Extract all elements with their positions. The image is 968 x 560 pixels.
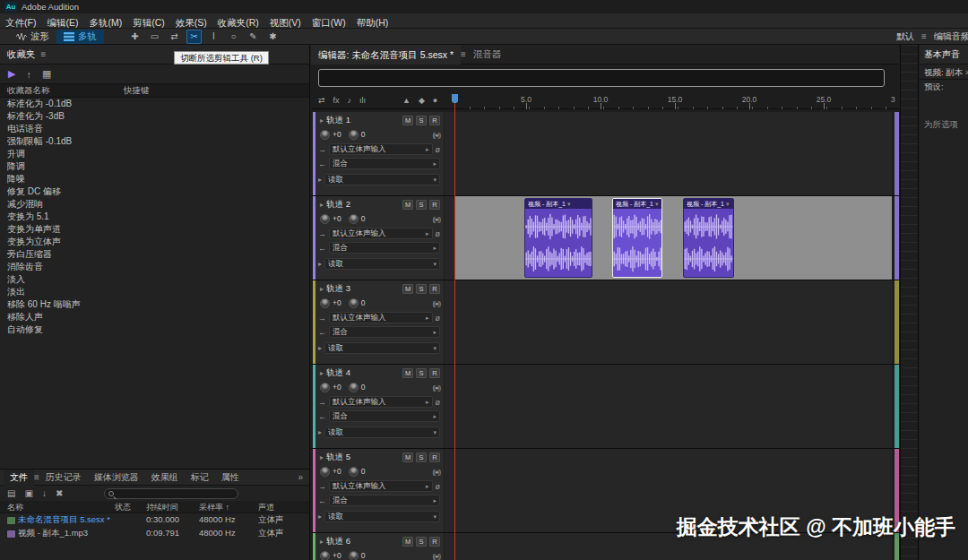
favorite-item[interactable]: 淡入 [0,273,309,286]
pan-knob[interactable] [349,130,359,140]
monitor-input-icon[interactable]: ((●)) [432,384,440,391]
automation-caret-icon[interactable]: ▸ [318,176,322,184]
pan-value[interactable]: 0 [361,130,366,139]
phase-icon[interactable]: ø [436,145,441,154]
favorite-item[interactable]: 自动修复 [0,323,309,336]
solo-button[interactable]: S [416,284,427,294]
pan-value[interactable]: 0 [361,298,366,307]
pan-knob[interactable] [349,298,359,308]
track-header[interactable]: ▸ 轨道 5 M S R +0 0 ((●)) → 默认立体声输入 ▸ ø [313,449,444,532]
files-tab-3[interactable]: 效果组 [145,470,185,486]
monitor-input-icon[interactable]: ((●)) [432,300,440,306]
more-panels-icon[interactable]: » [298,472,309,482]
pan-knob[interactable] [349,551,359,560]
automation-mode-select[interactable]: 读取 ▾ [324,342,440,354]
magnet-icon[interactable]: ● [433,96,437,105]
arm-record-button[interactable]: R [429,452,440,462]
solo-button[interactable]: S [416,368,427,378]
output-select[interactable]: 混合 ▸ [329,495,440,506]
input-select[interactable]: 默认立体声输入 ▸ [329,396,433,408]
input-select[interactable]: 默认立体声输入 ▸ [329,143,433,155]
automation-caret-icon[interactable]: ▸ [318,260,322,268]
automation-mode-select[interactable]: 读取 ▾ [324,258,440,270]
favorite-item[interactable]: 电话语音 [0,123,309,135]
pan-knob[interactable] [349,214,359,224]
move-tool-icon[interactable]: ✚ [127,30,143,44]
volume-knob[interactable] [320,467,330,477]
mute-button[interactable]: M [402,452,413,462]
pan-value[interactable]: 0 [361,551,366,560]
track-name[interactable]: 轨道 4 [326,367,400,379]
automation-mode-select[interactable]: 读取 ▾ [324,174,440,185]
input-select[interactable]: 默认立体声输入 ▸ [329,312,433,323]
arm-record-button[interactable]: R [429,116,440,125]
mute-button[interactable]: M [402,284,413,294]
automation-mode-select[interactable]: 读取 ▾ [324,511,440,522]
files-tab-0[interactable]: 文件 [4,470,34,486]
automation-caret-icon[interactable]: ▸ [318,344,322,352]
files-col-1[interactable]: 状态 [115,502,131,513]
clip-menu-icon[interactable]: ▾ [655,201,659,208]
files-tab-1[interactable]: 历史记录 [39,470,88,486]
favorite-item[interactable]: 减少混响 [0,198,309,211]
import-file-icon[interactable]: ↓ [42,488,47,498]
pencil-tool-icon[interactable]: ✎ [246,30,261,44]
phase-icon[interactable]: ø [436,229,441,238]
pan-knob[interactable] [349,383,359,392]
phase-icon[interactable]: ø [436,482,441,491]
track-name[interactable]: 轨道 6 [326,536,400,547]
monitor-input-icon[interactable]: ((●)) [432,469,440,475]
input-select[interactable]: 默认立体声输入 ▸ [329,228,433,239]
output-select[interactable]: 混合 ▸ [329,242,440,254]
volume-knob[interactable] [320,383,330,392]
volume-value[interactable]: +0 [333,130,341,139]
mute-button[interactable]: M [402,368,413,378]
fx-icon[interactable]: fx [333,96,340,105]
waveform-view-button[interactable]: 波形 [9,30,56,44]
col-favorite-name[interactable]: 收藏器名称 [7,85,50,97]
track-name[interactable]: 轨道 3 [326,283,400,295]
track-name[interactable]: 轨道 2 [326,199,400,211]
search-input[interactable] [104,488,238,499]
favorite-item[interactable]: 强制限幅 -0.1dB [0,135,309,148]
razor-tool-icon[interactable]: ✂ [186,30,202,44]
playhead-handle[interactable] [452,94,458,103]
meters-icon[interactable]: ılı [359,96,366,105]
time-selection-tool-icon[interactable]: I [206,30,221,44]
track-lane[interactable] [445,112,892,195]
arm-record-button[interactable]: R [429,284,440,294]
time-selection[interactable] [454,196,892,280]
favorite-item[interactable]: 降噪 [0,173,309,185]
arm-record-button[interactable]: R [429,537,440,547]
files-tab-2[interactable]: 媒体浏览器 [88,470,145,486]
automation-caret-icon[interactable]: ▸ [318,513,322,521]
keyframe-icon[interactable]: ◆ [419,96,425,105]
file-row[interactable]: 未命名混音项目 5.sesx *0:30.00048000 Hz立体声 [0,513,309,527]
arm-record-button[interactable]: R [429,200,440,210]
favorite-item[interactable]: 升调 [0,148,309,160]
tab-mixer[interactable]: 混音器 [466,48,509,61]
favorite-item[interactable]: 移除 60 Hz 嗡嗡声 [0,298,309,311]
snap-icon[interactable]: ⇄ [318,96,325,105]
favorite-item[interactable]: 修复 DC 偏移 [0,185,309,198]
workspace-menu-icon[interactable]: ≡ [921,31,927,41]
pan-value[interactable]: 0 [361,214,366,223]
clip-menu-icon[interactable]: ▾ [567,201,571,208]
healing-tool-icon[interactable]: ✱ [265,30,281,44]
input-select[interactable]: 默认立体声输入 ▸ [329,480,433,492]
timeline-ruler[interactable]: 5.010.015.020.025.030.0 [454,94,895,109]
track-header[interactable]: ▸ 轨道 6 M S R +0 0 ((●)) → 默认立体声输入 ▸ ø [313,533,444,560]
volume-value[interactable]: +0 [333,551,341,560]
favorite-item[interactable]: 移除人声 [0,311,309,323]
pan-knob[interactable] [349,467,359,477]
pan-value[interactable]: 0 [361,467,366,476]
track-lane[interactable]: 视频 - 副本_1▾视频 - 副本_1▾视频 - 副本_1▾ [445,196,892,280]
output-select[interactable]: 混合 ▸ [329,158,440,169]
lasso-tool-icon[interactable]: ○ [226,30,241,44]
monitor-input-icon[interactable]: ((●)) [432,216,440,222]
favorite-item[interactable]: 标准化为 -3dB [0,110,309,123]
volume-value[interactable]: +0 [333,214,341,223]
track-header[interactable]: ▸ 轨道 1 M S R +0 0 ((●)) → 默认立体声输入 ▸ ø [313,112,444,195]
volume-value[interactable]: +0 [333,383,341,392]
files-tab-5[interactable]: 属性 [215,470,246,486]
